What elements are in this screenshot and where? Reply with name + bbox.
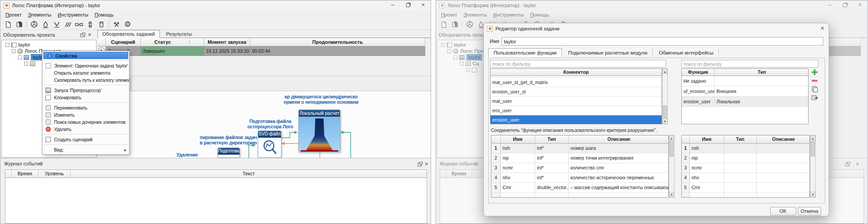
jobs-header-status[interactable]: Статус/ [141, 38, 204, 46]
args-row[interactable]: 1 nsh [682, 144, 809, 153]
function-row[interactable]: erosion_user Локальная [682, 97, 808, 107]
cylinder-icon[interactable] [96, 20, 107, 30]
float-panel-icon[interactable] [845, 162, 849, 167]
minimize-button[interactable]: – [385, 0, 400, 10]
args-row[interactable]: 5 Cmr double_vector... – массив содержащ… [491, 183, 668, 193]
function-filter-input[interactable] [681, 60, 818, 68]
task-name-input[interactable] [502, 37, 823, 46]
args-row[interactable]: 3 ncmr int* количество cmr [491, 163, 668, 173]
jobs-header-started[interactable]: Момент запуска [204, 38, 250, 46]
connector-filter-input[interactable] [490, 60, 666, 68]
tab-job-explorer[interactable]: Обозреватель заданий [97, 30, 160, 38]
copy-document-icon[interactable] [13, 20, 25, 30]
tree-item-scenarios-folder[interactable]: - Сц [437, 60, 486, 67]
paste-function-icon[interactable] [811, 86, 818, 93]
node-prepare[interactable]: Подготовка [218, 148, 240, 158]
titlebar[interactable]: ✳ Логос Платформа (Интегратор) - taylor … [436, 0, 868, 10]
menu-item-delete[interactable]: −Удалить [42, 126, 129, 133]
connector-row[interactable]: eos_user [491, 106, 662, 115]
args-header-name[interactable]: Имя [690, 135, 724, 144]
copy-document-icon[interactable] [449, 20, 460, 30]
scroll-thumb[interactable] [670, 141, 674, 156]
collapse-icon[interactable]: - [5, 43, 9, 47]
args-row[interactable]: 5 Cmr [682, 183, 809, 193]
tab-results[interactable]: Результаты [161, 30, 197, 38]
log-header-time[interactable]: Время [446, 170, 472, 178]
menu-item-properties[interactable]: iСвойства [43, 52, 128, 59]
connector-row[interactable]: mat_user_st_get_d_matrix [491, 78, 662, 87]
function-col-header[interactable]: Функция [682, 69, 715, 76]
menu-item-search-children[interactable]: Поиск новых дочерних элементов [42, 118, 129, 126]
connector-row[interactable]: erosion_user_st [491, 87, 662, 97]
tree-item-project[interactable]: - taylor [437, 42, 486, 48]
tree-item-logos-strength[interactable]: - Логос Прочность [437, 48, 486, 54]
collapse-icon[interactable]: - [466, 68, 470, 72]
collapse-icon[interactable]: - [460, 62, 464, 66]
cancel-button[interactable]: Отмена [798, 207, 821, 216]
connector-scrollbar[interactable]: ▲ ▼ [662, 68, 668, 124]
connector-list-header[interactable]: Коннектор [491, 69, 662, 76]
function-row[interactable]: Не задано [682, 76, 808, 86]
tools-icon[interactable]: ⚒ [111, 20, 122, 30]
menu-item-view[interactable]: Вид:▸ [42, 146, 129, 153]
valve-icon[interactable] [51, 20, 62, 30]
close-button[interactable]: × [415, 0, 431, 10]
log-header-time[interactable]: Время [12, 170, 38, 178]
dialog-titlebar[interactable]: ✳ Редактор одиночной задачи × [484, 23, 829, 34]
scroll-down-icon[interactable]: ▼ [669, 192, 674, 197]
mesh-generator-icon[interactable] [464, 20, 475, 30]
tab-calc-modules[interactable]: Подключаемые расчетные модули [563, 49, 653, 57]
log-header-text[interactable]: Текст [71, 170, 427, 178]
args-header-desc[interactable]: Описание [757, 135, 810, 144]
args-row[interactable]: 4 nhv [682, 173, 809, 183]
menu-item-run-preprocessor[interactable]: Запуск 'Препроцессор' [42, 87, 129, 94]
function-row[interactable]: uf_erosion_user Внешняя [682, 86, 808, 97]
menu-item-create-scenario[interactable]: Создать сценарий [42, 136, 129, 143]
add-function-icon[interactable] [811, 69, 818, 76]
menu-item-copy-path[interactable]: Скопировать путь к каталогу элемента [42, 76, 129, 84]
node-svd-file[interactable]: SVD-файл [258, 131, 281, 158]
menu-item-edit[interactable]: Изменить [42, 111, 129, 118]
scroll-down-icon[interactable]: ▼ [663, 118, 667, 124]
jobs-header-duration[interactable]: Продолжительность [250, 38, 425, 46]
tree-item-scenario[interactable]: - [437, 67, 486, 73]
menu-tools[interactable]: Инструменты [490, 11, 527, 18]
menu-elements[interactable]: Элементы [460, 11, 490, 18]
connector-icon[interactable] [73, 20, 84, 30]
menu-elements[interactable]: Элементы [25, 11, 55, 18]
args-row[interactable]: 4 nhv int* количество исторических перем… [491, 173, 668, 183]
log-header-level[interactable]: Уровень [38, 170, 71, 178]
dialog-close-icon[interactable]: × [821, 25, 824, 32]
clamp-icon[interactable] [84, 20, 96, 30]
settings-gear-icon[interactable]: ⚙ [122, 20, 133, 30]
args-header-type[interactable]: Тип [724, 135, 757, 144]
tab-user-functions[interactable]: Пользовательские функции [488, 48, 562, 57]
collapse-icon[interactable]: - [441, 43, 445, 47]
event-log-body[interactable] [5, 178, 427, 223]
connector-row-selected[interactable]: erosion_user [491, 115, 662, 124]
node-local-calc[interactable]: Локальный расчет [298, 110, 340, 152]
scroll-down-icon[interactable]: ▼ [810, 192, 815, 197]
menu-project[interactable]: Проект [2, 11, 25, 18]
scroll-thumb[interactable] [811, 141, 815, 156]
remove-function-icon[interactable] [811, 77, 818, 84]
jobs-header-scenario[interactable]: Сценарий [106, 38, 141, 46]
menu-item-element[interactable]: Элемент: Одиночная задача 'taylor' [2] [42, 62, 129, 69]
menu-item-clone[interactable]: Клонировать [42, 94, 129, 101]
connector-row[interactable]: mat_user [491, 97, 662, 106]
scroll-up-icon[interactable]: ▲ [663, 69, 667, 74]
minimize-button[interactable]: – [822, 0, 837, 10]
close-panel-icon[interactable]: × [425, 161, 428, 167]
menu-help[interactable]: Помощь [527, 11, 553, 18]
tree-item-task-taylor[interactable]: - taylor [437, 54, 486, 60]
collapse-icon[interactable]: - [24, 62, 28, 66]
menu-project[interactable]: Проект [438, 11, 460, 18]
args-row[interactable]: 2 nip int* номер точки интегрирования [491, 153, 668, 163]
close-panel-icon[interactable]: × [856, 161, 859, 167]
tab-exchange-interfaces[interactable]: Обменные интерфейсы [654, 49, 719, 57]
scroll-up-icon[interactable]: ▲ [810, 135, 815, 141]
menu-item-rename[interactable]: Переименовать [42, 104, 129, 111]
new-document-icon[interactable] [2, 20, 13, 30]
args-header-name[interactable]: Имя [501, 135, 535, 144]
collapse-icon[interactable]: - [453, 55, 457, 59]
